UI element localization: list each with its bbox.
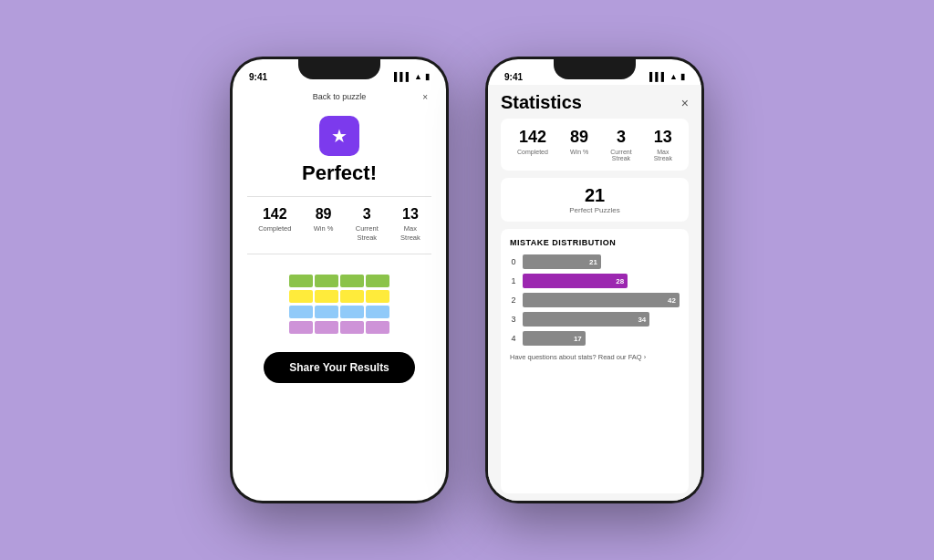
cell — [315, 321, 338, 334]
stat2-number-completed: 142 — [519, 128, 546, 147]
signal-icon: ▌▌▌ — [394, 72, 411, 81]
mistake-title: MISTAKE DISTRIBUTION — [510, 238, 680, 247]
faq-link[interactable]: Have questions about stats? Read our FAQ… — [510, 353, 646, 361]
stat2-label-streak: CurrentStreak — [610, 149, 631, 161]
perfect-puzzles-box: 21 Perfect Puzzles — [501, 178, 689, 222]
stat-label-win: Win % — [314, 224, 334, 233]
mistake-section: MISTAKE DISTRIBUTION 0 21 1 28 — [501, 229, 689, 493]
wifi-icon-2: ▲ — [669, 72, 678, 81]
phone2-main: Statistics × 142 Completed 89 Win % 3 Cu… — [488, 85, 701, 501]
stat-streak: 3 CurrentStreak — [356, 206, 379, 243]
cell — [289, 275, 313, 287]
bar-value-0: 21 — [589, 258, 597, 266]
bar-label-1: 1 — [510, 276, 517, 285]
cell — [340, 275, 364, 287]
bar-value-2: 42 — [668, 296, 676, 305]
stat-label-max: MaxStreak — [400, 224, 420, 243]
stat2-number-streak: 3 — [617, 128, 626, 147]
stat-number-completed: 142 — [263, 206, 287, 223]
back-to-puzzle-label[interactable]: Back to puzzle — [313, 92, 367, 101]
cell — [289, 290, 313, 303]
bar-row-1: 1 28 — [510, 274, 680, 288]
stat2-label-completed: Completed — [517, 149, 548, 155]
time-2: 9:41 — [504, 72, 523, 82]
stat2-win: 89 Win % — [570, 128, 588, 161]
bar-label-0: 0 — [510, 257, 517, 266]
bar-row-4: 4 17 — [510, 331, 680, 346]
stats-header: Statistics × — [501, 85, 689, 119]
perfect-title: Perfect! — [302, 161, 377, 185]
cell — [315, 290, 338, 303]
puzzle-row-1 — [289, 275, 389, 287]
faq-text: Have questions about stats? Read our FAQ… — [510, 353, 680, 361]
bar-track-4: 17 — [523, 331, 680, 346]
stat-number-streak: 3 — [363, 206, 371, 223]
bar-fill-3: 34 — [523, 312, 649, 327]
wifi-icon: ▲ — [414, 72, 422, 81]
stats-row-1: 142 Completed 89 Win % 3 CurrentStreak 1… — [247, 206, 431, 243]
bar-label-4: 4 — [510, 334, 517, 343]
bar-label-3: 3 — [510, 315, 517, 324]
bar-fill-1: 28 — [523, 274, 628, 288]
notch — [298, 59, 380, 79]
battery-icon: ▮ — [425, 72, 430, 81]
status-icons-2: ▌▌▌ ▲ ▮ — [649, 72, 685, 81]
cell — [366, 275, 389, 287]
stat-completed: 142 Completed — [258, 206, 291, 243]
stat2-max-streak: 13 MaxStreak — [654, 128, 672, 161]
stat-win: 89 Win % — [314, 206, 334, 243]
stat2-label-win: Win % — [570, 149, 588, 155]
cell — [366, 306, 389, 318]
perfect-num: 21 — [508, 185, 681, 206]
cell — [366, 290, 389, 303]
perfect-label: Perfect Puzzles — [508, 206, 681, 214]
cell — [340, 290, 364, 303]
star-badge: ★ — [319, 116, 359, 156]
close-icon-1[interactable]: × — [422, 92, 428, 102]
bar-value-3: 34 — [638, 316, 646, 324]
divider-2 — [247, 254, 431, 254]
stat2-number-max: 13 — [654, 128, 672, 147]
cell — [366, 321, 389, 334]
bar-row-2: 2 42 — [510, 293, 680, 307]
bar-fill-0: 21 — [523, 254, 601, 269]
star-icon: ★ — [331, 125, 348, 147]
close-button-2[interactable]: × — [681, 96, 689, 110]
cell — [289, 306, 313, 318]
stat2-completed: 142 Completed — [517, 128, 548, 161]
stat-label-completed: Completed — [258, 224, 291, 233]
cell — [315, 306, 338, 318]
bar-value-1: 28 — [616, 277, 624, 285]
stat2-streak: 3 CurrentStreak — [610, 128, 631, 161]
signal-icon-2: ▌▌▌ — [649, 72, 667, 81]
bar-label-2: 2 — [510, 296, 517, 305]
puzzle-row-3 — [289, 306, 389, 318]
stat-label-streak: CurrentStreak — [356, 224, 379, 243]
status-icons-1: ▌▌▌ ▲ ▮ — [394, 72, 430, 81]
puzzle-row-4 — [289, 321, 389, 334]
cell — [289, 321, 313, 334]
stat2-number-win: 89 — [570, 128, 588, 147]
phone-2: 9:41 ▌▌▌ ▲ ▮ Statistics × 142 Completed … — [485, 57, 704, 503]
time-1: 9:41 — [249, 72, 267, 82]
notch-2 — [554, 59, 636, 79]
bar-track-3: 34 — [523, 312, 680, 327]
cell — [340, 321, 364, 334]
stat-number-max: 13 — [402, 206, 419, 223]
share-button[interactable]: Share Your Results — [264, 352, 415, 383]
bar-track-1: 28 — [523, 274, 680, 288]
stat-number-win: 89 — [316, 206, 332, 223]
statistics-title: Statistics — [501, 92, 582, 113]
bar-row-3: 3 34 — [510, 312, 680, 327]
stats-grid-2: 142 Completed 89 Win % 3 CurrentStreak 1… — [501, 119, 689, 171]
bar-value-4: 17 — [574, 335, 582, 343]
puzzle-row-2 — [289, 290, 389, 303]
bar-fill-4: 17 — [523, 331, 586, 346]
stat-max-streak: 13 MaxStreak — [400, 206, 420, 243]
bar-fill-2: 42 — [523, 293, 680, 307]
back-bar: Back to puzzle × — [247, 85, 431, 109]
puzzle-grid — [289, 275, 389, 334]
bar-track-0: 21 — [523, 254, 680, 269]
battery-icon-2: ▮ — [680, 72, 685, 81]
phone1-main: Back to puzzle × ★ Perfect! 142 Complete… — [233, 85, 446, 501]
